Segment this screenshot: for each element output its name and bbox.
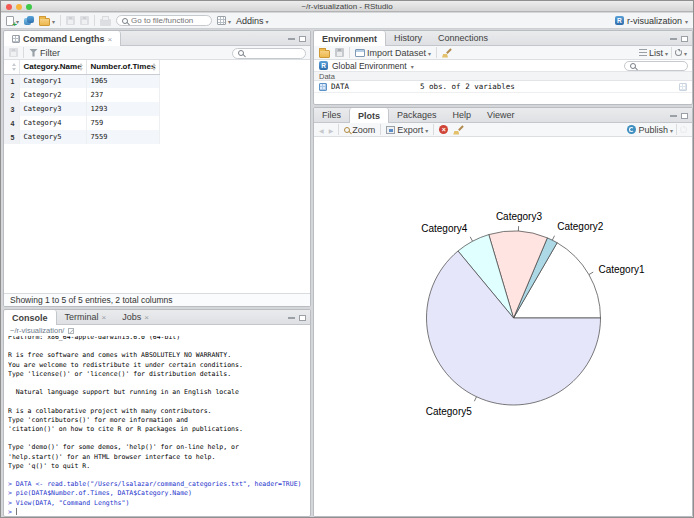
maximize-panel-icon[interactable] bbox=[681, 113, 688, 119]
toolbar-separator bbox=[60, 15, 61, 26]
tab-console[interactable]: Console bbox=[4, 310, 57, 325]
minimize-panel-icon[interactable] bbox=[288, 317, 295, 319]
save-workspace-button[interactable] bbox=[335, 48, 344, 57]
forward-arrow-icon bbox=[329, 125, 334, 135]
chevron-down-icon bbox=[670, 125, 673, 135]
new-project-button[interactable] bbox=[24, 16, 34, 26]
new-project-icon bbox=[24, 16, 34, 26]
environment-search-input[interactable] bbox=[639, 62, 682, 71]
minimize-panel-icon[interactable] bbox=[288, 38, 295, 40]
table-row[interactable]: 4 Category4 759 bbox=[4, 116, 160, 130]
list-icon bbox=[639, 49, 647, 56]
publish-button[interactable]: Publish bbox=[627, 125, 673, 135]
scope-selector[interactable]: Global Environment bbox=[332, 61, 407, 71]
toolbar-separator bbox=[23, 47, 24, 58]
viewer-tab-label: Command Lengths bbox=[23, 34, 105, 44]
viewer-search[interactable] bbox=[232, 48, 306, 59]
maximize-panel-icon[interactable] bbox=[681, 36, 688, 42]
zoom-plot-button[interactable]: Zoom bbox=[344, 125, 375, 135]
next-plot-button[interactable] bbox=[329, 125, 334, 135]
zoom-window-button[interactable] bbox=[26, 4, 32, 10]
tab-files[interactable]: Files bbox=[314, 108, 349, 122]
list-view-dropdown[interactable]: List bbox=[639, 48, 668, 58]
tab-connections[interactable]: Connections bbox=[430, 31, 496, 45]
clear-environment-button[interactable] bbox=[442, 48, 452, 58]
addins-dropdown[interactable]: Addins bbox=[236, 16, 269, 26]
object-name: DATA bbox=[331, 82, 349, 91]
import-dataset-button[interactable]: Import Dataset bbox=[355, 48, 431, 58]
table-row[interactable]: 1 Category1 1965 bbox=[4, 74, 160, 88]
refresh-plot-button[interactable] bbox=[680, 126, 687, 133]
print-button[interactable] bbox=[100, 16, 111, 26]
tab-terminal[interactable]: Terminal bbox=[57, 310, 115, 324]
pie-label-tick bbox=[474, 397, 476, 402]
close-icon[interactable] bbox=[144, 312, 149, 322]
plots-toolbar: Zoom Export Publish bbox=[314, 123, 692, 137]
toolbar-separator bbox=[338, 124, 339, 135]
minimize-panel-icon[interactable] bbox=[670, 38, 677, 40]
chevron-down-icon bbox=[684, 48, 687, 58]
save-icon bbox=[66, 16, 75, 25]
back-arrow-icon bbox=[319, 125, 324, 135]
tab-jobs[interactable]: Jobs bbox=[114, 310, 157, 324]
export-plot-button[interactable]: Export bbox=[386, 125, 428, 135]
tab-plots[interactable]: Plots bbox=[349, 108, 389, 123]
filter-button[interactable]: Filter bbox=[29, 48, 60, 58]
goto-file-search[interactable] bbox=[116, 15, 212, 26]
export-icon bbox=[386, 126, 395, 134]
close-icon[interactable] bbox=[108, 34, 113, 44]
view-table-icon[interactable] bbox=[679, 83, 687, 91]
open-file-button[interactable] bbox=[39, 16, 55, 26]
table-row[interactable]: 5 Category5 7559 bbox=[4, 130, 160, 144]
minimize-window-button[interactable] bbox=[16, 4, 22, 10]
column-header-category-name[interactable]: Category.Name bbox=[19, 60, 86, 74]
project-menu[interactable]: r-visualization bbox=[615, 16, 688, 26]
r-environment-icon bbox=[319, 61, 328, 70]
pie-label-tick bbox=[552, 236, 554, 240]
save-button[interactable] bbox=[66, 16, 75, 25]
tab-environment[interactable]: Environment bbox=[314, 31, 386, 46]
save-all-button[interactable] bbox=[80, 16, 89, 25]
load-workspace-button[interactable] bbox=[319, 48, 330, 58]
toolbar-separator bbox=[436, 47, 437, 58]
search-icon bbox=[630, 63, 636, 69]
chevron-down-icon bbox=[411, 61, 414, 71]
table-row[interactable]: 3 Category3 1293 bbox=[4, 102, 160, 116]
rstudio-window: ~/r-visualization - RStudio bbox=[0, 0, 694, 518]
popout-icon[interactable] bbox=[68, 328, 74, 334]
toolbar-separator bbox=[94, 15, 95, 26]
data-frame-icon bbox=[12, 35, 20, 43]
viewer-tabbar: Command Lengths bbox=[4, 31, 310, 46]
console-output-area[interactable]: Platform: x86_64-apple-darwin15.6.0 (64-… bbox=[4, 336, 310, 516]
tab-viewer[interactable]: Viewer bbox=[479, 108, 522, 122]
clear-plots-button[interactable] bbox=[453, 125, 463, 135]
minimize-panel-icon[interactable] bbox=[670, 115, 677, 117]
tab-history[interactable]: History bbox=[386, 31, 430, 45]
tab-command-lengths[interactable]: Command Lengths bbox=[4, 31, 121, 46]
table-row[interactable]: 2 Category2 237 bbox=[4, 88, 160, 102]
refresh-environment-button[interactable] bbox=[675, 48, 687, 58]
viewer-save-button[interactable] bbox=[9, 48, 18, 57]
maximize-panel-icon[interactable] bbox=[299, 36, 306, 42]
plots-panel: Files Plots Packages Help Viewer bbox=[313, 107, 693, 517]
column-header-number-of-times[interactable]: Number.of.Times bbox=[86, 60, 160, 74]
goto-file-input[interactable] bbox=[131, 16, 206, 25]
save-all-icon bbox=[80, 16, 89, 25]
corner-header[interactable] bbox=[4, 60, 19, 74]
previous-plot-button[interactable] bbox=[319, 125, 324, 135]
new-file-button[interactable] bbox=[6, 16, 19, 26]
environment-object-row[interactable]: DATA 5 obs. of 2 variables bbox=[314, 81, 692, 93]
close-window-button[interactable] bbox=[6, 4, 12, 10]
data-viewer-panel: Command Lengths Filter bbox=[3, 30, 311, 307]
environment-toolbar: Import Dataset List bbox=[314, 46, 692, 60]
remove-plot-button[interactable] bbox=[439, 125, 448, 134]
refresh-icon bbox=[675, 49, 682, 56]
environment-search[interactable] bbox=[624, 61, 688, 71]
tab-packages[interactable]: Packages bbox=[389, 108, 445, 122]
maximize-panel-icon[interactable] bbox=[299, 315, 306, 321]
tab-help[interactable]: Help bbox=[445, 108, 480, 122]
close-icon[interactable] bbox=[102, 312, 107, 322]
pie-label-Category1: Category1 bbox=[598, 264, 645, 275]
viewer-search-input[interactable] bbox=[247, 49, 300, 58]
pane-layout-button[interactable] bbox=[217, 16, 231, 26]
